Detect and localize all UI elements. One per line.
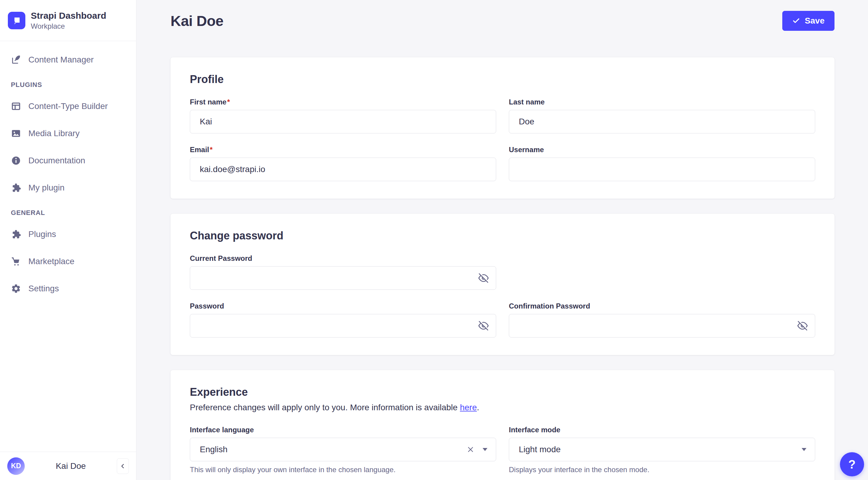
interface-language-label: Interface language <box>190 426 496 434</box>
chevron-left-icon <box>120 463 126 469</box>
current-password-wrap <box>190 266 496 290</box>
interface-mode-value: Light mode <box>519 445 561 454</box>
interface-mode-select[interactable]: Light mode <box>509 438 815 461</box>
sidebar-item-label: Settings <box>28 284 59 294</box>
sidebar-nav: Content Manager PLUGINS Content-Type Bui… <box>0 41 136 452</box>
sidebar-item-label: Documentation <box>28 156 85 166</box>
puzzle-icon <box>11 183 21 193</box>
sidebar-item-label: Content Manager <box>28 55 94 65</box>
username-group: Username <box>509 146 815 181</box>
page-header: Kai Doe Save <box>170 11 835 31</box>
current-password-field[interactable] <box>190 266 496 290</box>
avatar: KD <box>7 457 25 475</box>
sidebar: Strapi Dashboard Workplace Content Manag… <box>0 0 136 480</box>
profile-grid: First name* Last name Email* <box>190 98 815 181</box>
username-field[interactable] <box>509 158 815 181</box>
picture-icon <box>11 128 21 139</box>
brand-text: Strapi Dashboard Workplace <box>31 10 106 30</box>
email-field[interactable] <box>190 158 496 181</box>
profile-heading: Profile <box>190 73 815 86</box>
sidebar-item-label: Plugins <box>28 230 56 239</box>
puzzle-icon <box>11 229 21 239</box>
pen-icon <box>11 55 21 65</box>
select-controls <box>466 445 488 454</box>
eye-off-icon <box>797 321 808 331</box>
change-password-card: Change password Current Password <box>170 214 835 355</box>
brand-subtitle: Workplace <box>31 22 106 30</box>
sidebar-item-media-library[interactable]: Media Library <box>6 124 130 143</box>
page-title: Kai Doe <box>170 13 223 29</box>
sidebar-item-settings[interactable]: Settings <box>6 279 130 298</box>
experience-heading: Experience <box>190 386 815 398</box>
interface-language-group: Interface language English This will onl… <box>190 426 496 474</box>
gear-icon <box>11 283 21 294</box>
brand[interactable]: Strapi Dashboard Workplace <box>0 0 136 41</box>
profile-card: Profile First name* Last name Email <box>170 57 835 199</box>
user-name: Kai Doe <box>28 461 113 471</box>
last-name-field[interactable] <box>509 110 815 133</box>
chevron-down-icon <box>802 448 806 451</box>
sidebar-item-label: Marketplace <box>28 257 74 266</box>
interface-language-helper: This will only display your own interfac… <box>190 466 496 474</box>
toggle-password-visibility-button[interactable] <box>475 317 492 334</box>
toggle-password-visibility-button[interactable] <box>794 317 811 334</box>
experience-description: Preference changes will apply only to yo… <box>190 403 815 412</box>
toggle-password-visibility-button[interactable] <box>475 270 492 287</box>
spacer-cell <box>509 254 815 290</box>
layout-icon <box>11 101 21 111</box>
password-field[interactable] <box>190 314 496 337</box>
email-label: Email* <box>190 146 496 154</box>
eye-off-icon <box>478 273 489 283</box>
sidebar-section-plugins: PLUGINS <box>6 81 130 89</box>
password-wrap <box>190 314 496 337</box>
brand-title: Strapi Dashboard <box>31 10 106 21</box>
experience-grid: Interface language English This will onl… <box>190 426 815 474</box>
interface-language-select[interactable]: English <box>190 438 496 461</box>
sidebar-item-marketplace[interactable]: Marketplace <box>6 252 130 270</box>
interface-language-value: English <box>200 445 227 454</box>
eye-off-icon <box>478 321 489 331</box>
confirmation-password-wrap <box>509 314 815 337</box>
clear-icon[interactable] <box>466 445 475 454</box>
help-button[interactable]: ? <box>840 452 864 476</box>
experience-card: Experience Preference changes will apply… <box>170 370 835 480</box>
new-password-group: Password <box>190 302 496 337</box>
sidebar-item-documentation[interactable]: Documentation <box>6 152 130 170</box>
sidebar-footer: KD Kai Doe <box>0 452 136 480</box>
info-icon <box>11 155 21 166</box>
save-button[interactable]: Save <box>782 11 835 31</box>
confirmation-password-label: Confirmation Password <box>509 302 815 310</box>
interface-mode-helper: Displays your interface in the chosen mo… <box>509 466 815 474</box>
sidebar-item-label: My plugin <box>28 183 65 192</box>
username-label: Username <box>509 146 815 154</box>
more-information-link[interactable]: here <box>460 403 477 412</box>
sidebar-item-content-type-builder[interactable]: Content-Type Builder <box>6 97 130 115</box>
select-controls <box>802 448 806 451</box>
collapse-sidebar-button[interactable] <box>117 458 129 474</box>
first-name-label: First name* <box>190 98 496 106</box>
app-root: Strapi Dashboard Workplace Content Manag… <box>0 0 868 480</box>
confirmation-password-field[interactable] <box>509 314 815 337</box>
sidebar-item-my-plugin[interactable]: My plugin <box>6 179 130 197</box>
main-content: Kai Doe Save Profile First name* <box>136 0 868 480</box>
sidebar-item-label: Content-Type Builder <box>28 101 108 111</box>
save-button-label: Save <box>805 16 825 26</box>
last-name-label: Last name <box>509 98 815 106</box>
required-asterisk: * <box>227 98 230 106</box>
interface-mode-label: Interface mode <box>509 426 815 434</box>
check-icon <box>792 17 800 25</box>
chevron-down-icon <box>483 448 488 451</box>
required-asterisk: * <box>210 146 213 154</box>
cart-icon <box>11 256 21 267</box>
sidebar-item-plugins[interactable]: Plugins <box>6 225 130 243</box>
email-group: Email* <box>190 146 496 181</box>
sidebar-section-general: GENERAL <box>6 209 130 217</box>
first-name-field[interactable] <box>190 110 496 133</box>
current-password-label: Current Password <box>190 254 496 263</box>
last-name-group: Last name <box>509 98 815 133</box>
sidebar-item-label: Media Library <box>28 129 80 138</box>
interface-mode-group: Interface mode Light mode Displays your … <box>509 426 815 474</box>
first-name-group: First name* <box>190 98 496 133</box>
password-grid: Current Password <box>190 254 815 337</box>
sidebar-item-content-manager[interactable]: Content Manager <box>6 51 130 69</box>
